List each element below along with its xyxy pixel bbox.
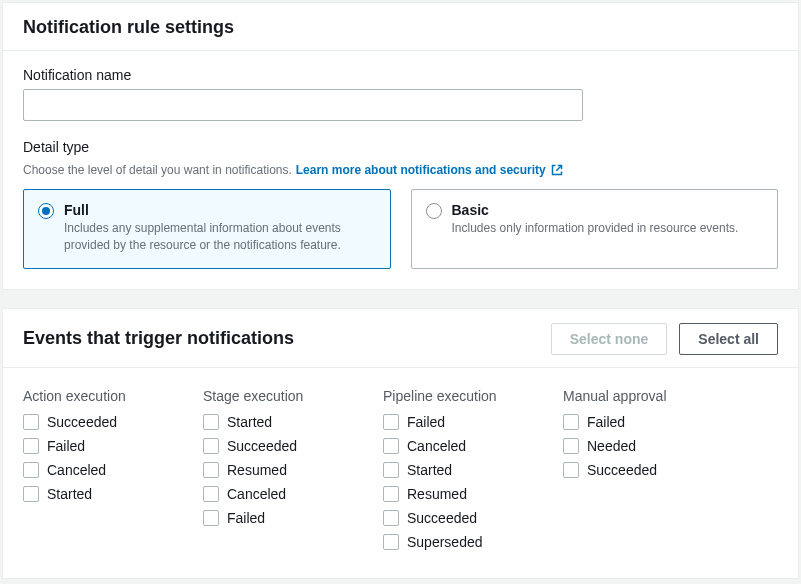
event-column-title: Action execution bbox=[23, 388, 163, 404]
checkbox-icon bbox=[383, 510, 399, 526]
settings-title: Notification rule settings bbox=[23, 17, 234, 38]
event-checkbox-row[interactable]: Failed bbox=[563, 414, 703, 430]
event-checkbox-label: Failed bbox=[47, 438, 85, 454]
checkbox-icon bbox=[23, 486, 39, 502]
settings-body: Notification name Detail type Choose the… bbox=[3, 51, 798, 289]
radio-icon bbox=[426, 203, 442, 219]
checkbox-icon bbox=[383, 414, 399, 430]
radio-icon bbox=[38, 203, 54, 219]
notification-name-label: Notification name bbox=[23, 67, 778, 83]
event-checkbox-row[interactable]: Succeeded bbox=[23, 414, 163, 430]
event-checkbox-label: Failed bbox=[407, 414, 445, 430]
event-column: Stage executionStartedSucceededResumedCa… bbox=[203, 388, 343, 558]
checkbox-icon bbox=[23, 438, 39, 454]
select-none-button[interactable]: Select none bbox=[551, 323, 668, 355]
event-checkbox-label: Failed bbox=[227, 510, 265, 526]
events-header: Events that trigger notifications Select… bbox=[3, 309, 798, 368]
checkbox-icon bbox=[383, 438, 399, 454]
checkbox-icon bbox=[203, 414, 219, 430]
select-all-button[interactable]: Select all bbox=[679, 323, 778, 355]
checkbox-icon bbox=[203, 510, 219, 526]
event-checkbox-label: Failed bbox=[587, 414, 625, 430]
detail-option-full[interactable]: Full Includes any supplemental informati… bbox=[23, 189, 391, 269]
detail-type-hint: Choose the level of detail you want in n… bbox=[23, 163, 292, 177]
detail-type-label: Detail type bbox=[23, 139, 778, 155]
event-checkbox-row[interactable]: Started bbox=[203, 414, 343, 430]
checkbox-icon bbox=[203, 438, 219, 454]
event-checkbox-row[interactable]: Started bbox=[23, 486, 163, 502]
detail-option-basic[interactable]: Basic Includes only information provided… bbox=[411, 189, 779, 269]
event-checkbox-label: Succeeded bbox=[407, 510, 477, 526]
event-checkbox-row[interactable]: Resumed bbox=[203, 462, 343, 478]
event-checkbox-row[interactable]: Failed bbox=[203, 510, 343, 526]
event-checkbox-label: Succeeded bbox=[47, 414, 117, 430]
notification-name-input[interactable] bbox=[23, 89, 583, 121]
event-checkbox-label: Resumed bbox=[407, 486, 467, 502]
event-column-title: Pipeline execution bbox=[383, 388, 523, 404]
checkbox-icon bbox=[383, 462, 399, 478]
event-checkbox-row[interactable]: Succeeded bbox=[383, 510, 523, 526]
events-grid: Action executionSucceededFailedCanceledS… bbox=[23, 384, 778, 558]
detail-option-desc: Includes only information provided in re… bbox=[452, 220, 739, 237]
event-checkbox-label: Canceled bbox=[407, 438, 466, 454]
event-checkbox-row[interactable]: Started bbox=[383, 462, 523, 478]
checkbox-icon bbox=[203, 486, 219, 502]
events-body: Action executionSucceededFailedCanceledS… bbox=[3, 368, 798, 578]
external-link-icon bbox=[551, 164, 563, 176]
checkbox-icon bbox=[563, 414, 579, 430]
event-checkbox-label: Resumed bbox=[227, 462, 287, 478]
event-checkbox-label: Started bbox=[47, 486, 92, 502]
event-checkbox-label: Started bbox=[407, 462, 452, 478]
event-checkbox-row[interactable]: Needed bbox=[563, 438, 703, 454]
event-column: Pipeline executionFailedCanceledStartedR… bbox=[383, 388, 523, 558]
event-checkbox-label: Superseded bbox=[407, 534, 483, 550]
events-panel: Events that trigger notifications Select… bbox=[2, 308, 799, 579]
event-checkbox-row[interactable]: Succeeded bbox=[203, 438, 343, 454]
detail-option-desc: Includes any supplemental information ab… bbox=[64, 220, 376, 254]
checkbox-icon bbox=[563, 438, 579, 454]
detail-type-hint-row: Choose the level of detail you want in n… bbox=[23, 161, 778, 177]
settings-panel: Notification rule settings Notification … bbox=[2, 2, 799, 290]
event-checkbox-label: Succeeded bbox=[227, 438, 297, 454]
event-checkbox-row[interactable]: Resumed bbox=[383, 486, 523, 502]
event-column: Manual approvalFailedNeededSucceeded bbox=[563, 388, 703, 558]
detail-option-title: Basic bbox=[452, 202, 739, 218]
event-checkbox-row[interactable]: Canceled bbox=[23, 462, 163, 478]
event-checkbox-label: Succeeded bbox=[587, 462, 657, 478]
event-column: Action executionSucceededFailedCanceledS… bbox=[23, 388, 163, 558]
learn-more-text: Learn more about notifications and secur… bbox=[296, 163, 546, 177]
event-checkbox-label: Canceled bbox=[47, 462, 106, 478]
checkbox-icon bbox=[23, 414, 39, 430]
event-checkbox-row[interactable]: Failed bbox=[23, 438, 163, 454]
event-checkbox-row[interactable]: Canceled bbox=[203, 486, 343, 502]
event-checkbox-label: Canceled bbox=[227, 486, 286, 502]
checkbox-icon bbox=[203, 462, 219, 478]
checkbox-icon bbox=[563, 462, 579, 478]
checkbox-icon bbox=[383, 534, 399, 550]
event-checkbox-row[interactable]: Succeeded bbox=[563, 462, 703, 478]
event-checkbox-label: Started bbox=[227, 414, 272, 430]
detail-type-options: Full Includes any supplemental informati… bbox=[23, 189, 778, 269]
checkbox-icon bbox=[23, 462, 39, 478]
settings-header: Notification rule settings bbox=[3, 3, 798, 51]
checkbox-icon bbox=[383, 486, 399, 502]
events-buttons: Select none Select all bbox=[551, 323, 778, 355]
event-checkbox-row[interactable]: Failed bbox=[383, 414, 523, 430]
detail-option-title: Full bbox=[64, 202, 376, 218]
event-checkbox-label: Needed bbox=[587, 438, 636, 454]
event-checkbox-row[interactable]: Superseded bbox=[383, 534, 523, 550]
learn-more-link[interactable]: Learn more about notifications and secur… bbox=[296, 163, 563, 177]
event-checkbox-row[interactable]: Canceled bbox=[383, 438, 523, 454]
events-title: Events that trigger notifications bbox=[23, 328, 294, 349]
event-column-title: Manual approval bbox=[563, 388, 703, 404]
event-column-title: Stage execution bbox=[203, 388, 343, 404]
